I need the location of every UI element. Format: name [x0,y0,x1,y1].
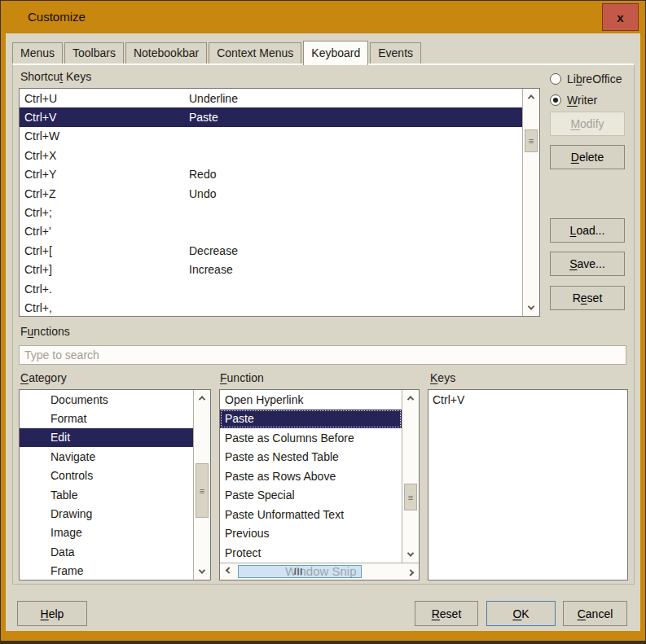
dialog-body: Menus Toolbars Notebookbar Context Menus… [6,33,640,631]
scroll-down-button[interactable] [523,300,539,316]
shortcut-function-cell: Paste [189,111,218,124]
radio-icon [550,94,561,106]
close-icon: x [617,11,623,24]
scroll-up-button[interactable] [402,390,419,406]
chevron-up-icon [199,396,205,402]
shortcut-key-cell: Ctrl+Z [24,187,189,200]
keys-item[interactable]: Ctrl+V [428,390,627,409]
close-button[interactable]: x [602,3,639,31]
shortcut-row[interactable]: Ctrl+Z Undo [20,184,522,203]
reset-keyboard-button[interactable]: Reset [550,286,625,310]
category-vertical-scrollbar[interactable]: ≡ [193,390,210,580]
shortcut-key-cell: Ctrl+' [24,225,189,238]
function-item[interactable]: Paste as Nested Table [220,448,402,467]
scope-radio-group: LibreOffice Writer [550,68,622,111]
shortcut-row[interactable]: Ctrl+X [20,146,522,164]
function-list[interactable]: Open Hyperlink Paste Paste as Columns Be… [219,389,420,580]
category-item[interactable]: Format [20,409,193,427]
modify-button[interactable]: Modify [550,112,625,136]
function-horizontal-scrollbar[interactable]: III Window Snip [220,563,419,580]
shortcut-key-cell: Ctrl+U [24,92,189,105]
function-search-input[interactable] [19,345,626,365]
chevron-down-icon [528,303,534,309]
scroll-up-button[interactable] [523,89,539,105]
shortcut-row[interactable]: Ctrl+U Underline [20,89,522,107]
scrollbar-thumb[interactable]: ≡ [196,463,209,518]
function-item[interactable]: Protect [220,543,402,563]
category-item[interactable]: Controls [20,467,193,485]
scroll-down-button[interactable] [194,563,210,580]
shortcut-row[interactable]: Ctrl+Y Redo [20,165,522,184]
load-button[interactable]: Load... [550,218,625,243]
tab-bar: Menus Toolbars Notebookbar Context Menus… [12,41,423,64]
function-item[interactable]: Paste Unformatted Text [220,505,402,524]
scroll-down-button[interactable] [402,546,419,563]
shortcut-row[interactable]: Ctrl+' [20,222,522,241]
shortcut-key-cell: Ctrl+W [24,129,189,142]
shortcut-row[interactable]: Ctrl+W [20,127,522,146]
shortcut-rows: Ctrl+U Underline Ctrl+V Paste Ctrl+W [20,89,522,316]
category-item[interactable]: Edit [20,428,193,447]
category-item[interactable]: Documents [20,390,193,409]
shortcut-function-cell: Redo [189,168,216,181]
reset-button[interactable]: Reset [415,601,478,626]
ok-button[interactable]: OK [486,601,556,626]
function-item[interactable]: Paste as Rows Above [220,467,402,486]
shortcut-row[interactable]: Ctrl+] Increase [20,261,522,279]
category-item[interactable]: Table [20,485,193,504]
delete-button[interactable]: Delete [550,145,625,169]
shortcut-function-cell: Decrease [189,244,238,257]
function-item[interactable]: Open Hyperlink [220,390,402,410]
category-item[interactable]: Data [20,542,193,561]
scrollbar-thumb[interactable]: ≡ [404,484,417,510]
radio-libreoffice[interactable]: LibreOffice [550,68,622,90]
function-rows: Open Hyperlink Paste Paste as Columns Be… [220,390,402,563]
category-item[interactable]: Drawing [20,504,193,523]
grip-icon: III [294,567,303,576]
chevron-left-icon [225,567,231,573]
keys-label: Keys [430,371,455,384]
function-item[interactable]: Paste [220,410,402,429]
category-list[interactable]: Documents Format Edit Navigate Controls … [19,389,211,580]
tab-events[interactable]: Events [370,42,421,64]
shortcut-function-cell: Increase [189,263,233,276]
radio-writer[interactable]: Writer [550,90,622,111]
shortcut-row[interactable]: Ctrl+, [20,298,522,317]
shortcut-key-cell: Ctrl+[ [24,244,189,257]
shortcut-row[interactable]: Ctrl+. [20,279,522,298]
scrollbar-thumb[interactable]: ≡ [525,129,538,152]
function-item[interactable]: Previous [220,524,402,544]
keys-list[interactable]: Ctrl+V [428,389,628,580]
function-vertical-scrollbar[interactable]: ≡ [402,390,419,563]
category-item[interactable]: Navigate [20,447,193,466]
help-button[interactable]: Help [17,601,87,626]
tab-notebookbar[interactable]: Notebookbar [125,42,207,64]
category-item[interactable]: Image [20,524,193,542]
shortcut-vertical-scrollbar[interactable]: ≡ [522,89,539,316]
shortcut-keys-label: Shortcut Keys [20,70,91,83]
category-item[interactable]: Frame [20,562,193,580]
shortcut-key-cell: Ctrl+] [24,263,189,276]
shortcut-function-cell: Undo [189,187,216,200]
shortcut-row[interactable]: Ctrl+[ Decrease [20,241,522,260]
tab-keyboard[interactable]: Keyboard [303,41,368,65]
scrollbar-thumb[interactable]: III [238,565,362,578]
save-button[interactable]: Save... [550,252,625,276]
chevron-up-icon [528,94,534,101]
shortcut-keys-list[interactable]: Ctrl+U Underline Ctrl+V Paste Ctrl+W [19,88,540,317]
scroll-right-button[interactable] [402,563,419,580]
category-label: Category [20,371,67,384]
scroll-up-button[interactable] [194,390,210,406]
function-item[interactable]: Paste as Columns Before [220,428,402,448]
tab-menus[interactable]: Menus [12,42,63,64]
tab-context-menus[interactable]: Context Menus [209,42,301,64]
function-item[interactable]: Paste Special [220,486,402,506]
cancel-button[interactable]: Cancel [563,601,627,626]
category-rows: Documents Format Edit Navigate Controls … [20,390,193,580]
shortcut-key-cell: Ctrl+; [24,206,189,219]
title-bar[interactable]: Customize x [1,1,645,33]
tab-toolbars[interactable]: Toolbars [64,42,124,64]
shortcut-row[interactable]: Ctrl+; [20,203,522,221]
scroll-left-button[interactable] [220,563,237,580]
shortcut-row[interactable]: Ctrl+V Paste [20,107,522,126]
